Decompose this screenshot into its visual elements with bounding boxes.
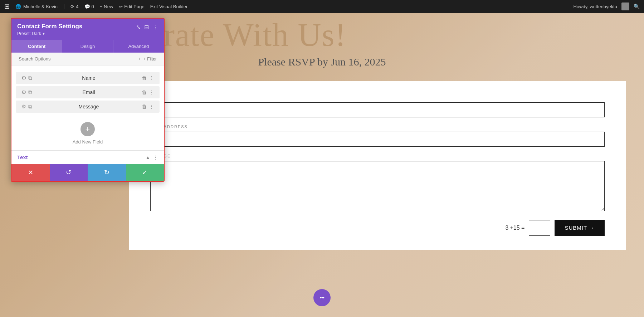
copy-icon-message[interactable]: ⧉ [28, 103, 32, 110]
rsvp-subheading: Please RSVP by Jun 16, 2025 [125, 56, 519, 68]
site-favicon: 🌐 [15, 4, 21, 9]
add-field-area: + Add New Field [11, 115, 164, 150]
delete-icon-name[interactable]: 🗑 [142, 75, 147, 81]
settings-panel: Contact Form Settings Preset: Dark ▾ ⤡ ⊟… [11, 18, 165, 182]
field-actions-email: 🗑 ⋮ [142, 89, 154, 95]
admin-bar: ⊞ 🌐 Michelle & Kevin | ⟳ 4 💬 0 + New ✏ E… [0, 0, 644, 13]
name-field-group: NAME [150, 95, 605, 117]
split-icon[interactable]: ⊟ [144, 24, 149, 30]
add-field-label: Add New Field [73, 139, 103, 145]
shrink-icon[interactable]: ⤡ [136, 24, 141, 30]
panel-title-block: Contact Form Settings Preset: Dark ▾ [17, 23, 82, 36]
section-dots-icon[interactable]: ⋮ [153, 155, 158, 160]
field-actions-message: 🗑 ⋮ [142, 104, 154, 109]
user-avatar[interactable] [621, 3, 629, 10]
panel-actions: ✕ ↺ ↻ ✓ [11, 164, 164, 181]
settings-icon-name[interactable]: ⚙ [21, 75, 26, 81]
filter-button[interactable]: + + Filter [136, 54, 160, 64]
field-email-label: Email [36, 89, 142, 95]
email-field-group: MAIL ADDRESS [150, 125, 605, 147]
message-label: ESSAGE [150, 154, 605, 158]
field-row-icons-email: ⚙ ⧉ [21, 89, 32, 96]
field-actions-name: 🗑 ⋮ [142, 75, 154, 81]
more-icon-email[interactable]: ⋮ [149, 89, 154, 95]
tab-advanced[interactable]: Advanced [113, 40, 164, 53]
exit-builder-link[interactable]: Exit Visual Builder [150, 4, 188, 9]
message-textarea[interactable] [150, 161, 605, 211]
site-name[interactable]: 🌐 Michelle & Kevin [15, 4, 58, 9]
more-icon-message[interactable]: ⋮ [149, 104, 154, 109]
howdy-text: Howdy, writtenbyekta [573, 4, 617, 9]
panel-header-icons: ⤡ ⊟ ⋮ [136, 24, 158, 30]
floating-dots-icon: ••• [320, 295, 324, 301]
email-label: MAIL ADDRESS [150, 125, 605, 129]
comments-icon: 💬 [84, 4, 90, 9]
delete-icon-email[interactable]: 🗑 [142, 89, 147, 95]
delete-icon-message[interactable]: 🗑 [142, 104, 147, 109]
field-message-label: Message [36, 104, 142, 109]
admin-search-icon[interactable]: 🔍 [634, 4, 640, 9]
tab-design[interactable]: Design [62, 40, 113, 53]
panel-tabs: Content Design Advanced [11, 40, 164, 53]
text-section-title: Text [17, 154, 28, 160]
pencil-icon: ✏ [119, 4, 123, 9]
plus-icon: + [100, 4, 103, 9]
panel-header: Contact Form Settings Preset: Dark ▾ ⤡ ⊟… [11, 19, 164, 40]
copy-icon-name[interactable]: ⧉ [28, 75, 32, 81]
redo-button[interactable]: ↻ [88, 164, 126, 181]
captcha-row: 3 +15 = SUBMIT → [150, 220, 605, 236]
field-row-message: ⚙ ⧉ Message 🗑 ⋮ [16, 101, 160, 113]
settings-icon-message[interactable]: ⚙ [21, 103, 26, 110]
undo-button[interactable]: ↺ [50, 164, 88, 181]
edit-page-link[interactable]: ✏ Edit Page [119, 4, 144, 9]
add-field-button[interactable]: + [80, 122, 95, 136]
text-section-header: Text ▲ ⋮ [11, 150, 164, 164]
field-row-icons-message: ⚙ ⧉ [21, 103, 32, 110]
settings-icon-email[interactable]: ⚙ [21, 89, 26, 96]
field-row-email: ⚙ ⧉ Email 🗑 ⋮ [16, 86, 160, 98]
panel-preset[interactable]: Preset: Dark ▾ [17, 31, 82, 36]
field-row-icons-name: ⚙ ⧉ [21, 75, 32, 81]
text-section-icons: ▲ ⋮ [145, 155, 158, 160]
more-icon-name[interactable]: ⋮ [149, 75, 154, 81]
name-input[interactable] [150, 102, 605, 117]
captcha-equation: 3 +15 = [505, 225, 525, 231]
filter-plus-icon: + [138, 57, 141, 62]
copy-icon-email[interactable]: ⧉ [28, 89, 32, 96]
new-item[interactable]: + New [100, 4, 113, 9]
floating-action-button[interactable]: ••• [313, 289, 331, 306]
revisions-item[interactable]: ⟳ 4 [70, 4, 78, 9]
panel-title: Contact Form Settings [17, 23, 82, 30]
panel-body: ⚙ ⧉ Name 🗑 ⋮ ⚙ ⧉ Email 🗑 ⋮ ⚙ [11, 65, 164, 164]
cancel-button[interactable]: ✕ [11, 164, 50, 181]
tab-content[interactable]: Content [11, 40, 62, 53]
message-field-group: ESSAGE [150, 154, 605, 213]
panel-search-row: + + Filter [11, 53, 164, 65]
search-options-input[interactable] [16, 53, 136, 65]
revisions-icon: ⟳ [70, 4, 74, 9]
comments-item[interactable]: 💬 0 [84, 4, 94, 9]
submit-button[interactable]: SUBMIT → [555, 220, 605, 236]
admin-bar-sep1: | [63, 3, 65, 10]
preset-arrow-icon: ▾ [43, 31, 45, 36]
email-input[interactable] [150, 132, 605, 147]
field-name-label: Name [36, 75, 142, 81]
section-chevron-icon[interactable]: ▲ [145, 155, 150, 160]
wp-logo-icon: ⊞ [4, 3, 10, 10]
captcha-input[interactable] [529, 220, 550, 236]
field-row-name: ⚙ ⧉ Name 🗑 ⋮ [16, 72, 160, 84]
more-options-icon[interactable]: ⋮ [152, 24, 158, 30]
name-label: NAME [150, 95, 605, 99]
contact-form: NAME MAIL ADDRESS ESSAGE 3 +15 = SUBMIT … [129, 81, 626, 250]
save-button[interactable]: ✓ [126, 164, 164, 181]
